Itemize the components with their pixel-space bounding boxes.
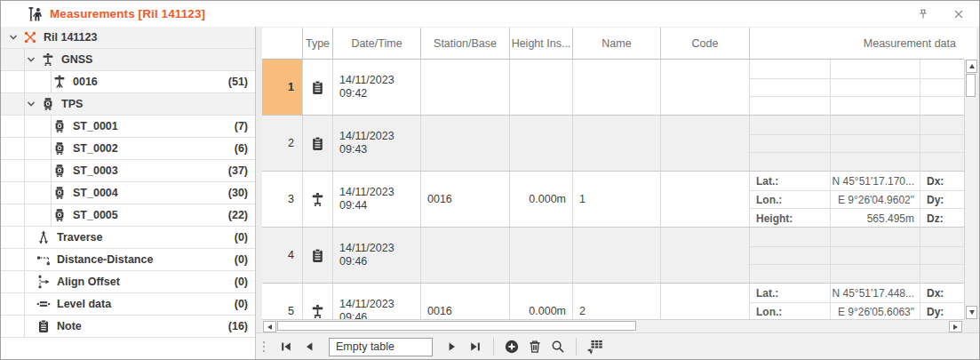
height-cell[interactable]: 0.000m [510, 284, 573, 319]
tree-item-0016[interactable]: 0016(51) [1, 71, 255, 93]
code-cell[interactable] [661, 284, 750, 319]
titlebar: Measurements [Ril 141123] [1, 1, 979, 28]
station-cell[interactable] [421, 228, 510, 283]
close-icon[interactable] [949, 4, 968, 24]
datetime-cell[interactable]: 14/11/202309:43 [333, 116, 421, 171]
code-cell[interactable] [661, 228, 750, 283]
table-row[interactable]: 514/11/202309:4600160.000m2Lat.:N 45°51'… [262, 284, 964, 319]
chevron-down-icon[interactable] [24, 97, 38, 111]
add-record-icon[interactable] [500, 336, 523, 357]
tree-item-st-0002[interactable]: ST_0002(6) [1, 138, 255, 160]
tree-item-gnss[interactable]: GNSS [1, 49, 255, 71]
row-number-cell[interactable]: 5 [262, 284, 303, 319]
scroll-right-icon[interactable] [949, 321, 962, 332]
vertical-scrollbar[interactable] [964, 60, 976, 319]
station-cell[interactable] [421, 60, 510, 115]
chevron-down-icon[interactable] [24, 52, 38, 67]
station-cell[interactable]: 0016 [421, 172, 510, 227]
tree-item-traverse[interactable]: Traverse(0) [1, 227, 255, 249]
type-cell[interactable] [303, 116, 333, 171]
height-cell[interactable]: 0.000m [510, 172, 573, 227]
meas-delta-label [920, 79, 964, 96]
code-cell[interactable] [661, 60, 750, 115]
type-cell[interactable] [303, 284, 333, 319]
code-cell[interactable] [661, 116, 750, 171]
row-number-cell[interactable]: 2 [262, 116, 303, 171]
type-cell[interactable] [303, 228, 333, 283]
datetime-cell[interactable]: 14/11/202309:42 [333, 60, 421, 115]
name-cell[interactable] [573, 60, 661, 115]
tree-item-st-0003[interactable]: ST_0003(37) [1, 160, 255, 182]
horizontal-scroll-thumb[interactable] [277, 321, 636, 331]
gnss-antenna-icon [41, 52, 55, 67]
table-pane: Type Date/Time Station/Base Height Ins..… [256, 27, 979, 359]
row-number-cell[interactable]: 3 [262, 172, 303, 227]
delete-record-icon[interactable] [523, 336, 546, 357]
station-cell[interactable]: 0016 [421, 284, 510, 319]
header-station[interactable]: Station/Base [421, 28, 510, 59]
datetime-cell[interactable]: 14/11/202309:46 [333, 284, 421, 319]
table-row[interactable]: 214/11/202309:43 [262, 116, 964, 172]
tree-item-note[interactable]: Note(16) [1, 316, 255, 338]
tree-item-st-0005[interactable]: ST_0005(22) [1, 204, 255, 227]
vertical-scroll-thumb[interactable] [966, 74, 976, 97]
tree-item-distance-distance[interactable]: Distance-Distance(0) [1, 249, 255, 271]
horizontal-scrollbar[interactable] [262, 319, 964, 332]
meas-delta-label [920, 153, 964, 172]
header-type[interactable]: Type [303, 28, 333, 59]
table-row[interactable]: 414/11/202309:46 [262, 228, 964, 284]
tree-item-st-0001[interactable]: ST_0001(7) [1, 116, 255, 138]
name-cell[interactable]: 2 [573, 284, 661, 319]
datetime-cell[interactable]: 14/11/202309:44 [333, 172, 421, 227]
table-nav-input[interactable] [329, 338, 433, 356]
toolbar-grip[interactable] [260, 339, 267, 355]
tree-item-st-0004[interactable]: ST_0004(30) [1, 182, 255, 204]
last-record-button[interactable] [464, 336, 487, 357]
chevron-down-icon[interactable] [6, 30, 20, 44]
header-height[interactable]: Height Ins... [510, 28, 573, 59]
tree-item-count: (0) [235, 276, 248, 288]
name-cell[interactable]: 1 [573, 172, 661, 227]
tree-item-ril-141123[interactable]: Ril 141123 [1, 27, 255, 49]
next-record-button[interactable] [441, 336, 464, 357]
tree-item-level-data[interactable]: Level data(0) [1, 293, 255, 316]
header-datetime[interactable]: Date/Time [333, 28, 421, 59]
scroll-up-icon[interactable] [966, 60, 977, 73]
scroll-down-icon[interactable] [966, 306, 977, 319]
first-record-button[interactable] [275, 336, 298, 357]
header-code[interactable]: Code [661, 28, 750, 59]
table-row[interactable]: 114/11/202309:42 [262, 60, 964, 116]
row-number-cell[interactable]: 4 [262, 228, 303, 283]
type-cell[interactable] [303, 172, 333, 227]
gnss-antenna-icon [310, 304, 325, 319]
meas-value [830, 116, 920, 134]
meas-label [750, 60, 830, 78]
search-icon[interactable] [546, 336, 570, 357]
height-cell[interactable] [510, 228, 573, 283]
height-cell[interactable] [510, 116, 573, 171]
pin-icon[interactable] [913, 4, 933, 24]
datetime-cell[interactable]: 14/11/202309:46 [333, 228, 421, 283]
previous-record-button[interactable] [298, 336, 321, 357]
tree-item-align-offset[interactable]: Align Offset(0) [1, 271, 255, 293]
meas-value [830, 135, 920, 152]
scroll-left-icon[interactable] [263, 321, 276, 332]
name-cell[interactable] [573, 228, 661, 283]
total-station-icon [52, 141, 67, 156]
table-columns-icon[interactable] [583, 336, 606, 357]
header-name[interactable]: Name [573, 28, 661, 59]
tree-item-count: (37) [228, 164, 248, 177]
header-measurement[interactable]: Measurement data [750, 28, 964, 59]
code-cell[interactable] [661, 172, 750, 227]
name-cell[interactable] [573, 116, 661, 171]
height-cell[interactable] [510, 60, 573, 115]
tree-item-label: 0016 [73, 76, 98, 88]
tree-item-label: Ril 141123 [44, 31, 97, 44]
station-cell[interactable] [421, 116, 510, 171]
meas-delta-label [920, 60, 964, 78]
row-number-cell[interactable]: 1 [262, 60, 303, 115]
type-cell[interactable] [303, 60, 333, 115]
tree-item-tps[interactable]: TPS [1, 93, 255, 116]
meas-label: Lat.: [750, 172, 830, 190]
table-row[interactable]: 314/11/202309:4400160.000m1Lat.:N 45°51'… [262, 172, 964, 228]
